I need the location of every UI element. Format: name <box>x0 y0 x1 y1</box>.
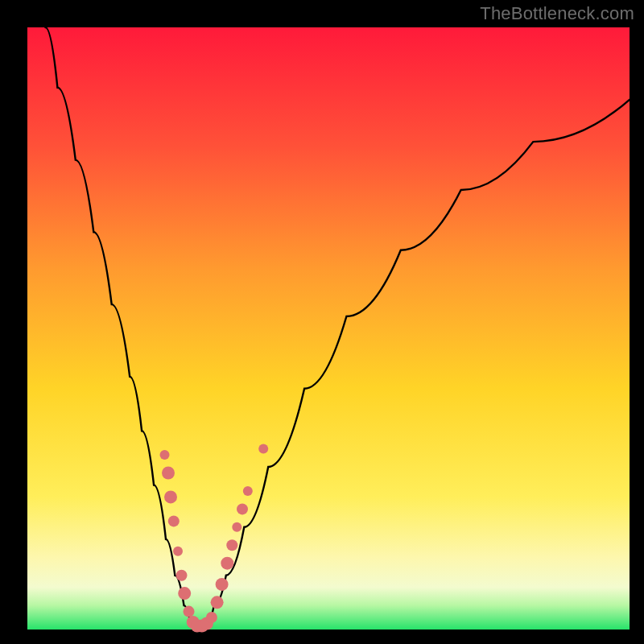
highlight-dot <box>258 444 268 454</box>
highlight-dot <box>232 522 242 532</box>
highlight-dot <box>237 503 248 514</box>
chart-svg <box>27 27 630 630</box>
highlight-dot <box>178 587 191 600</box>
highlight-dot <box>164 490 177 503</box>
highlight-dot <box>211 596 224 609</box>
bottleneck-curve <box>45 27 630 627</box>
highlight-dot <box>216 578 229 591</box>
highlight-dots <box>160 444 269 633</box>
highlight-dot <box>206 612 217 623</box>
plot-area <box>27 27 630 630</box>
highlight-dot <box>162 467 175 480</box>
highlight-dot <box>173 547 183 556</box>
highlight-dot <box>184 606 195 617</box>
highlight-dot <box>160 450 170 460</box>
highlight-dot <box>168 515 180 526</box>
highlight-dot <box>176 570 188 581</box>
watermark-text: TheBottleneck.com <box>480 3 634 24</box>
highlight-dot <box>243 486 253 496</box>
highlight-dot <box>221 557 233 570</box>
highlight-dot <box>226 539 237 551</box>
chart-frame: TheBottleneck.com <box>0 0 644 644</box>
